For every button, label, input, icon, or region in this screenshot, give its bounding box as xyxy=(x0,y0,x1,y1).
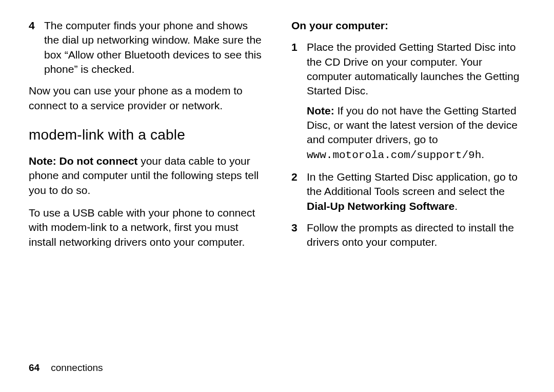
step-body: Place the provided Getting Started Disc … xyxy=(307,40,525,163)
bold-term: Dial-Up Networking Software xyxy=(307,200,454,212)
document-page: 4 The computer finds your phone and show… xyxy=(0,0,554,392)
step-note: Note: If you do not have the Getting Sta… xyxy=(307,104,525,163)
step-text-b: . xyxy=(454,200,458,212)
step-text-a: In the Getting Started Disc application,… xyxy=(307,171,518,197)
list-item: 2 In the Getting Started Disc applicatio… xyxy=(291,170,525,213)
note-label: Note: xyxy=(307,105,334,116)
note-text: If you do not have the Getting Started D… xyxy=(307,105,518,146)
list-item: 3 Follow the prompts as directed to inst… xyxy=(291,221,525,250)
step-number: 4 xyxy=(29,18,44,76)
left-column: 4 The computer finds your phone and show… xyxy=(29,18,263,258)
step-number: 1 xyxy=(291,40,307,163)
section-label: connections xyxy=(51,362,103,373)
section-heading: modem-link with a cable xyxy=(29,125,263,145)
page-number: 64 xyxy=(29,362,39,373)
two-column-layout: 4 The computer finds your phone and show… xyxy=(29,18,525,258)
url-text: www.motorola.com/support/9h xyxy=(307,149,481,161)
step-number: 3 xyxy=(291,221,307,250)
paragraph: To use a USB cable with your phone to co… xyxy=(29,206,263,249)
note-bold-prefix: Note: Do not connect xyxy=(29,155,137,167)
paragraph-note: Note: Do not connect your data cable to … xyxy=(29,154,263,198)
right-column: On your computer: 1 Place the provided G… xyxy=(291,18,525,258)
paragraph: Now you can use your phone as a modem to… xyxy=(29,84,263,113)
step-number: 2 xyxy=(291,170,307,213)
step-body: Follow the prompts as directed to instal… xyxy=(307,221,525,250)
page-footer: 64connections xyxy=(29,362,103,374)
step-body: The computer finds your phone and shows … xyxy=(44,18,263,76)
step-text: Place the provided Getting Started Disc … xyxy=(307,40,525,98)
list-item: 1 Place the provided Getting Started Dis… xyxy=(291,40,525,163)
list-item: 4 The computer finds your phone and show… xyxy=(29,18,263,76)
period: . xyxy=(481,148,484,160)
step-body: In the Getting Started Disc application,… xyxy=(307,170,525,213)
sub-heading: On your computer: xyxy=(291,18,525,33)
